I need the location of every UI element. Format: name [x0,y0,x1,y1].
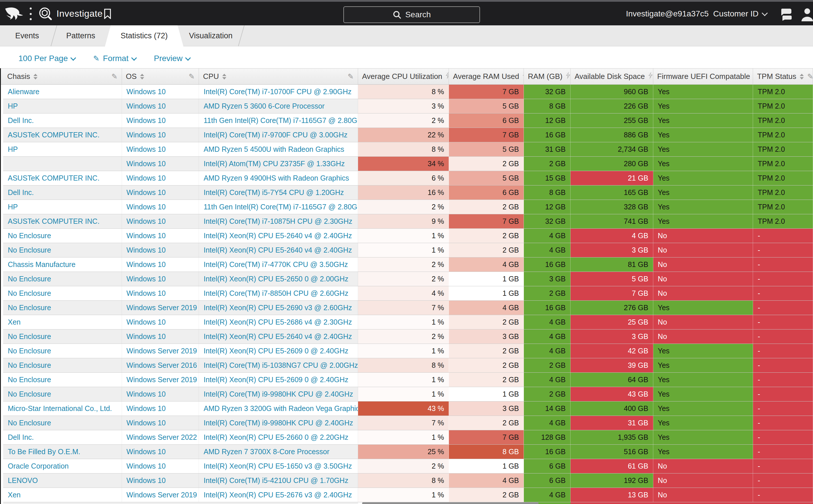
chassis-link[interactable]: ASUSTeK COMPUTER INC. [3,128,122,142]
tab-events[interactable]: Events [3,25,51,46]
chassis-link[interactable]: No Enclosure [3,286,122,300]
chassis-link[interactable]: No Enclosure [3,272,122,286]
edit-column-icon[interactable]: ✎ [807,72,813,81]
edit-column-icon[interactable]: ✎ [188,72,194,81]
chassis-link[interactable]: LENOVO [3,473,122,488]
cpu-link[interactable]: Intel(R) Xeon(R) CPU E5-2609 0 @ 2.40GHz [199,344,358,358]
chassis-link[interactable]: Alienware [3,85,122,99]
chassis-link[interactable]: No Enclosure [3,373,122,387]
column-header-average-cpu-utilization[interactable]: Average CPU Utilization [358,69,449,84]
os-link[interactable]: Windows 10 [122,445,199,459]
os-link[interactable]: Windows 10 [122,416,199,430]
os-link[interactable]: Windows Server 2016 [122,358,199,372]
os-link[interactable]: Windows 10 [122,387,199,401]
horizontal-scrollbar[interactable] [362,502,538,504]
chassis-link[interactable]: No Enclosure [3,358,122,372]
os-link[interactable]: Windows 10 [122,113,199,128]
os-link[interactable]: Windows Server 2019 [122,488,199,502]
cpu-link[interactable]: AMD Ryzen 7 3700X 8-Core Processor [199,445,358,459]
chassis-link[interactable] [3,157,122,171]
os-link[interactable]: Windows 10 [122,185,199,200]
os-link[interactable]: Windows 10 [122,257,199,272]
cpu-link[interactable]: Intel(R) Xeon(R) CPU E5-2690 v3 @ 2.60GH… [199,301,358,315]
cpu-link[interactable]: Intel(R) Core(TM) i5-7Y54 CPU @ 1.20GHz [199,185,358,200]
chassis-link[interactable]: No Enclosure [3,243,122,257]
chassis-link[interactable]: HP [3,99,122,113]
user-profile-icon[interactable] [800,7,813,21]
os-link[interactable]: Windows Server 2019 [122,344,199,358]
cpu-link[interactable]: Intel(R) Core(TM) i5-1038NG7 CPU @ 2.00G… [199,358,358,372]
os-link[interactable]: Windows 10 [122,272,199,286]
os-link[interactable]: Windows 10 [122,142,199,156]
customer-id-menu[interactable]: Customer ID [713,9,767,18]
chassis-link[interactable]: HP [3,142,122,156]
os-link[interactable]: Windows 10 [122,473,199,488]
os-link[interactable]: Windows 10 [122,329,199,344]
chassis-link[interactable]: No Enclosure [3,416,122,430]
column-header-cpu[interactable]: CPU✎ [199,69,358,84]
cpu-link[interactable]: Intel(R) Xeon(R) CPU E5-2650 0 @ 2.00GHz [199,272,358,286]
os-link[interactable]: Windows 10 [122,200,199,214]
chassis-link[interactable]: No Enclosure [3,329,122,344]
cpu-link[interactable]: Intel(R) Xeon(R) CPU E5-2640 v4 @ 2.40GH… [199,329,358,344]
os-link[interactable]: Windows 10 [122,459,199,473]
os-link[interactable]: Windows 10 [122,401,199,416]
cpu-link[interactable]: AMD Ryzen 3 3200G with Radeon Vega Graph… [199,401,358,416]
cpu-link[interactable]: Intel(R) Atom(TM) CPU Z3735F @ 1.33GHz [199,157,358,171]
os-link[interactable]: Windows Server 2019 [122,301,199,315]
chassis-link[interactable]: HP [3,200,122,214]
format-dropdown[interactable]: ✎ Format [93,54,136,63]
cpu-link[interactable]: Intel(R) Core(TM) i9-9980HK CPU @ 2.40GH… [199,387,358,401]
per-page-dropdown[interactable]: 100 Per Page [18,54,75,63]
cpu-link[interactable]: Intel(R) Core(TM) i7-10700F CPU @ 2.90GH… [199,85,358,99]
os-link[interactable]: Windows 10 [122,229,199,243]
chassis-link[interactable]: Dell Inc. [3,113,122,128]
os-link[interactable]: Windows 10 [122,128,199,142]
cpu-link[interactable]: Intel(R) Core(TM) i7-8850H CPU @ 2.60GHz [199,286,358,300]
chassis-link[interactable]: To Be Filled By O.E.M. [3,445,122,459]
cpu-link[interactable]: 11th Gen Intel(R) Core(TM) i7-1165G7 @ 2… [199,200,358,214]
os-link[interactable]: Windows 10 [122,157,199,171]
cpu-link[interactable]: Intel(R) Xeon(R) CPU E5-2676 v3 @ 2.40GH… [199,488,358,502]
column-header-average-ram-used[interactable]: Average RAM Used [449,69,524,84]
os-link[interactable]: Windows 10 [122,315,199,329]
cpu-link[interactable]: Intel(R) Xeon(R) CPU E5-2640 v4 @ 2.40GH… [199,229,358,243]
chassis-link[interactable]: Chassis Manufacture [3,257,122,272]
chassis-link[interactable]: ASUSTeK COMPUTER INC. [3,171,122,185]
chassis-link[interactable]: No Enclosure [3,301,122,315]
chassis-link[interactable]: No Enclosure [3,387,122,401]
tab-visualization[interactable]: Visualization [183,25,238,46]
app-switcher-dots-icon[interactable] [29,7,32,20]
chassis-link[interactable]: Micro-Star International Co., Ltd. [3,401,122,416]
chassis-link[interactable]: Xen [3,488,122,502]
column-header-ram-gb[interactable]: RAM (GB) [524,69,570,84]
chassis-link[interactable]: Xen [3,315,122,329]
cpu-link[interactable]: Intel(R) Xeon(R) CPU E5-2640 v4 @ 2.40GH… [199,243,358,257]
edit-column-icon[interactable]: ✎ [111,72,118,81]
account-menu[interactable]: Investigate@e91a37c5 [626,9,709,18]
cpu-link[interactable]: 11th Gen Intel(R) Core(TM) i7-1165G7 @ 2… [199,113,358,128]
chassis-link[interactable]: ASUSTeK COMPUTER INC. [3,214,122,228]
search-input[interactable]: Search [343,6,480,23]
sort-icon[interactable] [222,74,226,79]
edit-column-icon[interactable]: ✎ [348,72,354,81]
sort-icon[interactable] [33,74,37,79]
cpu-link[interactable]: Intel(R) Core(TM) i5-4210U CPU @ 1.70GHz [199,473,358,488]
chassis-link[interactable]: Oracle Corporation [3,459,122,473]
cpu-link[interactable]: Intel(R) Xeon(R) CPU E5-1650 v3 @ 3.50GH… [199,459,358,473]
column-header-firmware-uefi-compatable[interactable]: Firmware UEFI Compatable [653,69,753,84]
tab-statistics[interactable]: Statistics (72) [105,25,183,46]
cpu-link[interactable]: Intel(R) Core(TM) i7-4770K CPU @ 3.50GHz [199,257,358,272]
preview-dropdown[interactable]: Preview [154,54,190,63]
chassis-link[interactable]: Dell Inc. [3,430,122,444]
cpu-link[interactable]: Intel(R) Core(TM) i9-9980HK CPU @ 2.40GH… [199,416,358,430]
cpu-link[interactable]: AMD Ryzen 9 4900HS with Radeon Graphics [199,171,358,185]
os-link[interactable]: Windows 10 [122,286,199,300]
column-header-os[interactable]: OS✎ [122,69,199,84]
chassis-link[interactable]: No Enclosure [3,344,122,358]
column-header-tpm-status[interactable]: TPM Status✎ [753,69,813,84]
os-link[interactable]: Windows 10 [122,243,199,257]
tab-patterns[interactable]: Patterns [56,25,105,46]
cpu-link[interactable]: Intel(R) Xeon(R) CPU E5-2686 v4 @ 2.30GH… [199,315,358,329]
os-link[interactable]: Windows 10 [122,171,199,185]
